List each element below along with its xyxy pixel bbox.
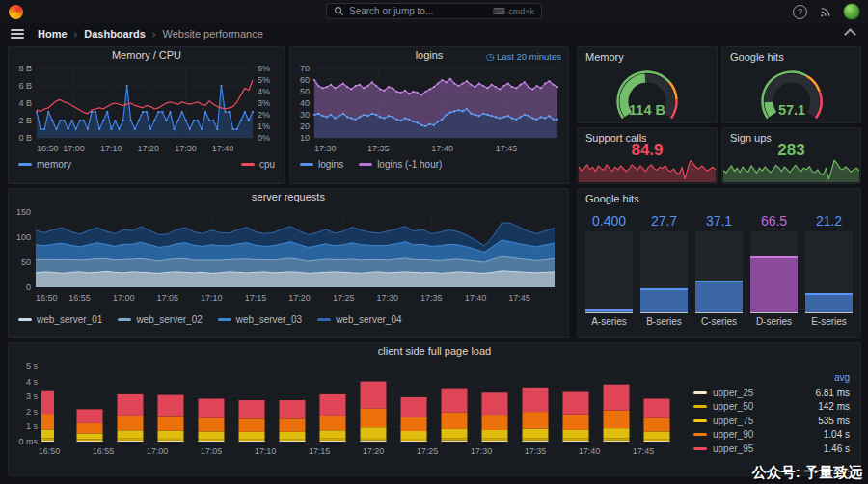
stat-value: 84.9 (578, 141, 717, 160)
svg-text:50: 50 (300, 87, 310, 96)
grafana-dashboard: Search or jump to... ⌨ cmd+k ? Home › Da… (0, 0, 868, 484)
svg-text:6%: 6% (258, 64, 270, 73)
breadcrumb-home[interactable]: Home (38, 28, 68, 40)
user-avatar[interactable] (843, 3, 860, 20)
svg-text:17:35: 17:35 (525, 446, 547, 456)
breadcrumb-separator: › (152, 28, 156, 40)
legend-item[interactable]: memory (18, 159, 71, 170)
svg-text:17:45: 17:45 (496, 144, 518, 153)
legend-item[interactable]: cpu (241, 159, 275, 170)
bar-gauge-value: 27.7 (640, 208, 688, 231)
svg-text:0%: 0% (258, 133, 270, 143)
chart-legend-table: avgupper_256.81 msupper_50142 msupper_75… (693, 359, 850, 467)
svg-text:17:45: 17:45 (508, 293, 530, 303)
breadcrumb-current: Website performance (162, 28, 262, 40)
bar-gauge-track[interactable] (750, 231, 798, 312)
svg-text:17:45: 17:45 (633, 446, 655, 456)
bar-gauge-label: B-series (640, 312, 688, 330)
legend-item[interactable]: logins (-1 hour) (359, 159, 442, 170)
svg-text:17:30: 17:30 (376, 293, 398, 303)
memory-gauge: 114 B (588, 65, 706, 121)
bar-gauge-values: 0.40027.737.166.521.2 (578, 208, 860, 231)
panel-title[interactable]: Google hits (730, 51, 784, 63)
logins-chart[interactable]: 1020304050607017:3017:3517:4017:45 (291, 63, 567, 157)
svg-text:8 B: 8 B (18, 64, 32, 73)
legend-item[interactable]: upper_901.04 s (693, 428, 850, 443)
menu-toggle-icon[interactable] (11, 27, 24, 40)
search-shortcut: ⌨ cmd+k (493, 7, 534, 16)
search-icon (334, 6, 344, 16)
panel-title[interactable]: server requests (9, 189, 568, 204)
panel-title[interactable]: client side full page load (9, 343, 860, 359)
support-calls-sparkline (579, 157, 716, 182)
panel-google-hits-gauge: Google hits 57.1 (721, 46, 861, 123)
bar-gauge-bars (578, 231, 860, 312)
svg-text:2%: 2% (258, 110, 270, 120)
svg-text:17:30: 17:30 (175, 144, 197, 153)
bar-gauge-labels: A-seriesB-seriesC-seriesD-seriesE-series (578, 312, 860, 330)
legend-item[interactable]: logins (300, 159, 343, 170)
svg-text:16:55: 16:55 (93, 446, 115, 456)
legend-header: avg (693, 372, 850, 386)
bar-gauge-fill (585, 309, 633, 313)
svg-text:16:50: 16:50 (36, 293, 58, 303)
svg-text:17:05: 17:05 (157, 293, 179, 303)
time-range-label[interactable]: ◷ Last 20 minutes (486, 51, 561, 62)
svg-text:57.1: 57.1 (777, 102, 804, 118)
legend-item[interactable]: upper_951.46 s (693, 442, 850, 456)
svg-text:16:50: 16:50 (37, 144, 59, 153)
svg-text:17:25: 17:25 (333, 293, 355, 303)
legend-item[interactable]: web_server_03 (218, 314, 302, 325)
svg-text:17:30: 17:30 (471, 446, 493, 456)
svg-text:4 B: 4 B (18, 98, 32, 108)
svg-text:17:00: 17:00 (63, 144, 85, 153)
svg-text:3 s: 3 s (26, 391, 39, 401)
bar-gauge-track[interactable] (585, 231, 633, 312)
bar-gauge-value: 0.400 (585, 208, 633, 231)
bar-gauge-track[interactable] (640, 231, 688, 312)
stat-value: 283 (722, 141, 860, 160)
panel-server-requests: server requests 05010015016:5016:5517:00… (8, 188, 569, 338)
search-input[interactable]: Search or jump to... ⌨ cmd+k (326, 3, 542, 19)
clock-icon: ◷ (486, 51, 494, 62)
panel-client-load: client side full page load 0 ms1 s2 s3 s… (8, 342, 861, 476)
breadcrumb-dashboards[interactable]: Dashboards (84, 28, 146, 40)
panel-google-hits-bars: Google hits 0.40027.737.166.521.2 A-seri… (577, 188, 861, 338)
svg-text:17:15: 17:15 (245, 293, 267, 303)
svg-text:5 s: 5 s (26, 362, 39, 371)
svg-text:17:00: 17:00 (113, 293, 135, 303)
legend-item[interactable]: web_server_04 (317, 314, 401, 325)
svg-text:30: 30 (300, 110, 310, 120)
panel-title[interactable]: Memory / CPU (9, 47, 285, 63)
svg-text:17:10: 17:10 (201, 293, 223, 303)
legend-item[interactable]: upper_75535 ms (693, 414, 850, 428)
svg-text:17:35: 17:35 (367, 144, 390, 153)
server-requests-chart[interactable]: 05010015016:5016:5517:0017:0517:1017:151… (9, 204, 566, 312)
bar-gauge-track[interactable] (695, 231, 743, 312)
legend-item[interactable]: web_server_02 (118, 314, 202, 325)
grafana-logo-icon[interactable] (9, 5, 23, 19)
legend-item[interactable]: upper_50142 ms (693, 400, 850, 415)
svg-text:17:30: 17:30 (314, 144, 337, 153)
panel-memory-gauge: Memory 114 B (577, 46, 718, 123)
client-load-chart[interactable]: 0 ms1 s2 s3 s4 s5 s16:5016:5517:0017:051… (9, 359, 693, 467)
panel-title[interactable]: Memory (585, 51, 624, 63)
bar-gauge-fill (750, 256, 798, 312)
legend-item[interactable]: upper_256.81 ms (693, 386, 850, 400)
svg-text:50: 50 (21, 257, 31, 267)
help-icon[interactable]: ? (793, 5, 807, 19)
bar-gauge-track[interactable] (805, 231, 853, 312)
svg-text:17:05: 17:05 (201, 446, 223, 456)
panel-title[interactable]: Google hits (585, 193, 639, 204)
search-placeholder: Search or jump to... (349, 6, 493, 16)
watermark-text: 公众号: 予量致远 (752, 464, 862, 482)
news-rss-icon[interactable] (819, 6, 831, 18)
bar-gauge-label: D-series (750, 312, 798, 330)
bar-gauge-value: 66.5 (750, 208, 798, 231)
svg-text:17:00: 17:00 (147, 446, 169, 456)
svg-text:16:50: 16:50 (39, 446, 61, 456)
memory-cpu-chart[interactable]: 0 B2 B4 B6 B8 B0%1%2%3%4%5%6%16:5017:001… (10, 63, 284, 157)
svg-text:20: 20 (300, 121, 310, 131)
svg-text:2 B: 2 B (18, 116, 32, 125)
legend-item[interactable]: web_server_01 (18, 314, 102, 325)
